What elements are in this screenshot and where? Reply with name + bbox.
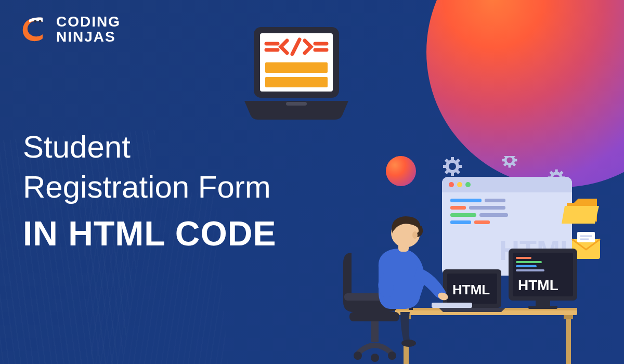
svg-line-26 — [504, 156, 506, 157]
svg-point-81 — [401, 340, 416, 347]
svg-rect-73 — [349, 312, 399, 321]
svg-line-17 — [446, 160, 448, 162]
svg-point-76 — [371, 354, 379, 362]
laptop-code-icon — [239, 24, 354, 125]
brand-logo-text-line2: NINJAS — [56, 29, 121, 44]
brand-logo-mark — [18, 14, 49, 45]
svg-rect-52 — [474, 220, 490, 224]
monitor-html-text: HTML — [518, 277, 558, 293]
svg-rect-50 — [479, 213, 508, 217]
svg-line-27 — [513, 163, 515, 165]
svg-rect-67 — [516, 257, 531, 259]
svg-point-12 — [447, 161, 458, 172]
svg-line-28 — [504, 163, 506, 165]
svg-rect-60 — [566, 315, 571, 364]
svg-rect-69 — [516, 265, 537, 267]
svg-line-38 — [560, 172, 563, 174]
svg-rect-51 — [450, 220, 471, 224]
svg-point-77 — [388, 352, 396, 360]
svg-rect-11 — [286, 102, 307, 106]
headline-line2: Registration Form — [23, 167, 276, 206]
svg-rect-66 — [528, 306, 557, 309]
svg-line-20 — [457, 160, 459, 162]
svg-rect-62 — [564, 315, 573, 319]
brand-logo-text-line1: CODING — [56, 14, 121, 29]
svg-rect-74 — [371, 321, 379, 342]
headline-line3: IN HTML CODE — [23, 214, 276, 253]
svg-point-85 — [412, 231, 418, 239]
svg-rect-46 — [485, 199, 505, 202]
svg-line-18 — [457, 171, 459, 173]
headline-line1: Student — [23, 130, 276, 164]
laptop-html-text: HTML — [452, 282, 490, 297]
ninja-c-icon — [18, 14, 49, 45]
developer-scene: HTML — [322, 156, 603, 364]
keyboard-icon — [432, 303, 472, 308]
svg-line-35 — [550, 172, 553, 174]
monitor-icon: HTML — [509, 249, 577, 309]
brand-logo-text: CODING NINJAS — [56, 14, 121, 45]
brand-logo: CODING NINJAS — [18, 14, 121, 45]
svg-point-21 — [505, 156, 514, 164]
svg-point-1 — [39, 20, 42, 23]
headline: Student Registration Form IN HTML CODE — [23, 130, 276, 253]
desk-icon — [395, 308, 577, 364]
svg-rect-49 — [450, 213, 476, 217]
svg-point-44 — [465, 182, 471, 187]
svg-rect-70 — [516, 269, 544, 271]
svg-rect-54 — [577, 232, 595, 242]
svg-rect-48 — [469, 206, 505, 210]
svg-rect-45 — [450, 199, 482, 202]
svg-point-42 — [449, 182, 454, 187]
svg-rect-9 — [265, 62, 328, 73]
svg-rect-68 — [516, 261, 542, 263]
svg-line-19 — [446, 171, 448, 173]
svg-rect-41 — [442, 186, 572, 192]
svg-point-75 — [354, 352, 362, 360]
svg-rect-47 — [450, 206, 466, 210]
svg-point-43 — [457, 182, 462, 187]
developer-character-icon — [378, 216, 449, 347]
svg-line-29 — [513, 156, 515, 157]
svg-rect-10 — [265, 77, 328, 87]
svg-point-0 — [34, 20, 37, 23]
